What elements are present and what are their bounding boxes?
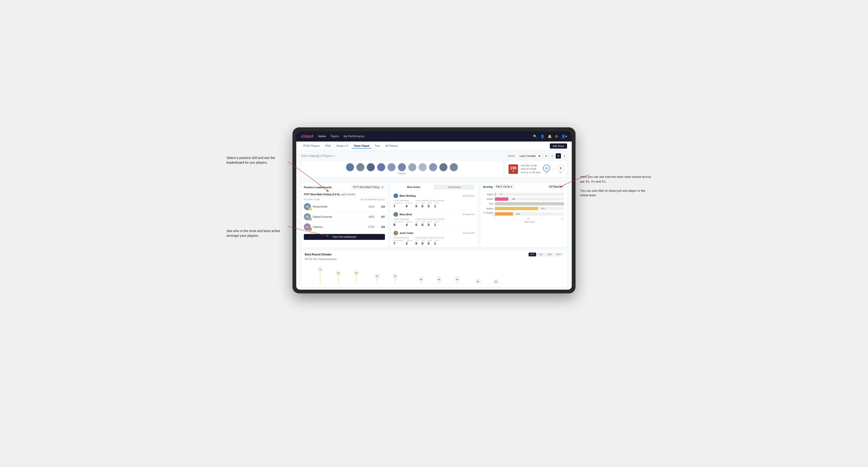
lb-row-2: EC 2 Edward Crossman 18/20 107 (301, 212, 388, 222)
nav-my-performance[interactable]: My Performance (343, 134, 364, 139)
lb-avg-3: 103 (377, 226, 385, 228)
activity-toggle-row: Most Active Least Active (394, 185, 474, 190)
avatar[interactable] (356, 163, 365, 171)
shot-dash: — (552, 167, 555, 171)
scoring-title: Scoring (483, 185, 493, 188)
add-team-button[interactable]: Add Team (550, 144, 567, 149)
lb-avg-2: 107 (377, 216, 385, 218)
streak-filter-putt[interactable]: PUTT (555, 253, 563, 256)
tablet-frame: clippd Home Teams My Performance 🔍 👤 🔔 ⚙… (292, 127, 576, 293)
least-active-toggle[interactable]: Least Active (434, 185, 474, 190)
players-avatars (305, 163, 499, 171)
avatar[interactable] (346, 163, 354, 171)
most-active-toggle[interactable]: Most Active (394, 185, 434, 190)
activity-player-3-header: Josh Coles 26 Aug 2023 (394, 231, 474, 236)
lb-name-3: Cameron... (313, 226, 365, 228)
chevron-down-icon: ▾ (382, 186, 383, 188)
activity-player-1: Blair McHarg 26 Aug 2023 Total Rounds To (391, 191, 477, 210)
shot-details: Shot Dist: 16 yds Start Lie: Rough End L… (521, 164, 540, 174)
activity-player-2: Rees Britt 02 Sep 2023 Total Rounds Tour (391, 210, 477, 229)
avatar[interactable] (388, 163, 396, 171)
nav-home[interactable]: Home (318, 134, 326, 139)
activity-player-1-header: Blair McHarg 26 Aug 2023 (394, 193, 474, 198)
main-content: Team Clippd | 14 Players ✏ Show: Last 3 … (296, 151, 572, 290)
streak-filter-ott[interactable]: OTT (529, 253, 536, 256)
lb-table-header: PLAYER NAME PB SCORE PB AVG SQ (301, 197, 388, 201)
person-icon[interactable]: 👤 (540, 134, 545, 138)
lb-avatar-3: CA 3 (304, 223, 311, 230)
tab-all-players[interactable]: All Players (383, 144, 400, 149)
shot-detail-card: 198 SQ Shot Dist: 16 yds Start Lie: Roug… (506, 161, 567, 177)
avatar[interactable] (439, 163, 447, 171)
bar-row-pars: Pars 499 (483, 202, 564, 206)
streak-point-7: 4x (455, 277, 460, 283)
scoring-card: Scoring Par 3, 4 & 5s ▾ All Players ▾ (480, 183, 567, 247)
activity-avatar-1 (394, 193, 398, 198)
bell-icon[interactable]: 🔔 (548, 134, 552, 138)
annotation-bottom-left: See who is the most and least active amo… (226, 229, 288, 238)
streak-filter-arg[interactable]: ARG (546, 253, 554, 256)
activity-player-2-header: Rees Britt 02 Sep 2023 (394, 212, 474, 217)
lb-avatar-2: EC 2 (304, 213, 311, 220)
bar-row-bogeys: Bogeys 311 (483, 207, 564, 210)
total-rounds-group-1: Total Rounds Tournament 7 Practice (394, 199, 412, 208)
avatar[interactable] (429, 163, 437, 171)
activity-stats-row-1: Total Rounds Tournament 7 Practice (394, 199, 474, 208)
streak-filter-app[interactable]: APP (537, 253, 545, 256)
grid-lg-icon[interactable]: ⊟ (550, 153, 555, 158)
lb-score-1: 19/20 (367, 206, 375, 208)
activity-date-1: 26 Aug 2023 (463, 195, 474, 197)
scoring-chart: Eagles 3 Birdies 96 Pars 499 Bogeys 311 … (480, 191, 567, 225)
streak-point-0: 7x (318, 267, 323, 283)
scoring-filter-par[interactable]: Par 3, 4 & 5s ▾ (495, 185, 514, 189)
chevron-down-icon: ▾ (561, 185, 563, 188)
grid-sm-icon[interactable]: ⊞ (544, 153, 549, 158)
nav-teams[interactable]: Teams (331, 134, 339, 139)
edit-icon[interactable]: ✏ (334, 155, 336, 157)
streak-point-4: 5x (393, 274, 398, 283)
search-icon[interactable]: 🔍 (533, 134, 537, 138)
activity-card: Most Active Least Active Blair McHarg 26… (391, 183, 477, 247)
streak-point-1: 6x (336, 271, 341, 283)
list-icon[interactable]: ☰ (556, 153, 561, 158)
avatar[interactable] (398, 163, 406, 171)
total-rounds-label-1: Total Rounds (394, 199, 412, 201)
avatar[interactable] (367, 163, 375, 171)
lb-score-2: 18/20 (367, 216, 375, 218)
streak-points: 7x 6x 6x 5x 5x 4x 4x 4x 3x 3x (305, 262, 563, 283)
chevron-down-icon: ▾ (511, 185, 512, 188)
streak-point-3: 5x (375, 274, 379, 283)
sort-icon[interactable]: ⇅ (562, 153, 567, 158)
leaderboard-title: Practice Leaderboards (304, 186, 332, 189)
streak-point-2: 6x (354, 271, 359, 283)
drill-selector[interactable]: PUTT Must Make Putting... ▾ (351, 185, 385, 189)
avatar[interactable] (450, 163, 458, 171)
navbar: clippd Home Teams My Performance 🔍 👤 🔔 ⚙… (296, 131, 572, 142)
tab-tour[interactable]: Tour (372, 144, 382, 149)
profile-icon[interactable]: 👤▾ (561, 134, 567, 138)
view-full-leaderboard-button[interactable]: View Full Leaderboard (304, 234, 385, 240)
activity-player-2-name: Rees Britt (394, 212, 412, 217)
practice-activities-label-1: Total Practice Activities (415, 199, 444, 201)
navbar-links: Home Teams My Performance (318, 134, 528, 139)
bar-row-birdies: Birdies 96 (483, 197, 564, 201)
scoring-filter-players[interactable]: All Players ▾ (548, 185, 564, 189)
show-select[interactable]: Last 3 months Last month Last year (517, 154, 541, 158)
tab-team-clippd[interactable]: Team Clippd (351, 144, 371, 149)
tab-pga[interactable]: PGA (323, 144, 333, 149)
lb-row-3: CA 3 Cameron... 17/20 103 (301, 222, 388, 232)
shot-circle-2: 0 (557, 165, 564, 172)
practice-leaderboards-card: Practice Leaderboards PUTT Must Make Put… (301, 183, 388, 247)
avatar[interactable] (418, 163, 427, 171)
rank-badge-gold: 1 (309, 207, 312, 211)
shot-number: 198 SQ (508, 164, 518, 174)
settings-icon[interactable]: ⚙ (555, 134, 558, 138)
avatar[interactable] (408, 163, 416, 171)
tab-pgat-players[interactable]: PGAT Players (301, 144, 322, 149)
tab-hcaps[interactable]: Hcaps 1-5 (334, 144, 350, 149)
streaks-header: Best Round Streaks OTT APP ARG PUTT (305, 253, 563, 256)
activity-player-1-name: Blair McHarg (394, 193, 415, 198)
players-row: Players (301, 161, 503, 177)
rounds-sub-1: Tournament 7 Practice 6 (394, 202, 412, 208)
avatar[interactable] (377, 163, 385, 171)
